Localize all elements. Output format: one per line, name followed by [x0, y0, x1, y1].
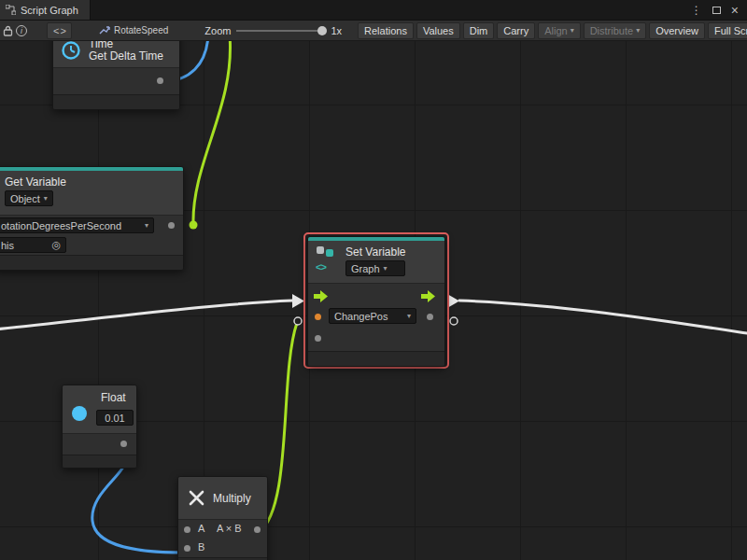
output-port[interactable] [254, 526, 261, 533]
variable-scope-dropdown[interactable]: Object ▾ [5, 190, 53, 206]
zoom-value: 1x [331, 25, 342, 36]
float-icon [72, 406, 87, 421]
kebab-menu-icon[interactable]: ⋮ [691, 4, 702, 17]
zoom-slider[interactable] [236, 30, 325, 32]
chevron-down-icon: ▾ [636, 27, 640, 35]
value-output-port[interactable] [168, 222, 175, 229]
wire-control-out[interactable] [459, 301, 747, 334]
value-output-port[interactable] [427, 314, 433, 320]
node-title: Get Variable [5, 174, 176, 190]
zoom-control: Zoom 1x [204, 25, 342, 36]
tab-bar: Script Graph ⋮ × [0, 0, 747, 21]
input-port-b[interactable] [184, 545, 190, 552]
graph-breadcrumb[interactable]: RotateSpeed [99, 25, 168, 35]
variable-name-dropdown[interactable]: ChangePos ▾ [329, 308, 416, 324]
node-set-variable[interactable]: <> Set Variable Graph ▾ [307, 236, 445, 367]
info-icon[interactable]: i [16, 22, 27, 39]
chevron-down-icon: ▾ [44, 195, 48, 203]
chevron-down-icon: ▾ [407, 313, 411, 320]
node-footer [308, 351, 444, 366]
node-footer [0, 255, 183, 270]
value-output-port[interactable] [120, 441, 127, 447]
full-screen-button[interactable]: Full Screen [708, 22, 747, 39]
window-controls: ⋮ × [691, 0, 747, 20]
variable-name-dropdown[interactable]: otationDegreesPerSecond ▾ [0, 217, 154, 233]
align-button[interactable]: Align ▾ [538, 22, 580, 39]
carry-button[interactable]: Carry [497, 22, 535, 39]
value-input-port[interactable] [315, 314, 321, 320]
node-get-delta-time[interactable]: Time Get Delta Time [52, 41, 180, 110]
node-multiply[interactable]: Multiply A A × B B [177, 476, 268, 560]
value-input-port-2[interactable] [315, 335, 321, 342]
distribute-button[interactable]: Distribute ▾ [584, 22, 646, 39]
wire-value-green-top[interactable] [193, 41, 231, 225]
script-graph-icon [6, 5, 16, 15]
chevron-down-icon: ▾ [145, 222, 148, 230]
dim-button[interactable]: Dim [463, 22, 495, 39]
wire-control-in[interactable] [0, 301, 292, 329]
node-float[interactable]: Float 0.01 [62, 385, 137, 469]
output-port[interactable] [157, 77, 163, 84]
node-footer [63, 455, 136, 468]
graph-name: RotateSpeed [114, 25, 168, 35]
node-title: Float [101, 391, 126, 404]
zoom-slider-handle[interactable] [317, 26, 327, 35]
object-picker-icon[interactable]: ◎ [51, 239, 61, 251]
variable-scope-dropdown[interactable]: Graph ▾ [345, 260, 405, 276]
clock-icon [61, 41, 81, 61]
overview-button[interactable]: Overview [649, 22, 705, 39]
code-preview-button[interactable]: < > [47, 22, 72, 39]
node-get-variable[interactable]: Get Variable Object ▾ otationDegreesPerS… [0, 166, 184, 271]
input-label-a: A [198, 523, 204, 534]
relations-button[interactable]: Relations [358, 22, 414, 39]
object-target-field[interactable]: his ◎ [0, 237, 66, 253]
graph-toolbar: i < > RotateSpeed Zoom 1x Relations Valu… [0, 21, 747, 41]
lock-icon[interactable] [3, 22, 13, 39]
tab-title: Script Graph [21, 5, 78, 16]
float-value-input[interactable]: 0.01 [96, 410, 134, 426]
green-wire-endpoint[interactable] [190, 221, 198, 230]
zoom-label: Zoom [204, 25, 231, 36]
multiply-icon [189, 490, 204, 506]
node-title: Set Variable [345, 245, 405, 259]
input-label-b: B [198, 541, 204, 553]
flow-input-port[interactable] [314, 290, 328, 302]
output-label: A × B [217, 523, 242, 534]
close-icon[interactable]: × [731, 3, 739, 18]
hollow-port-right[interactable] [450, 317, 458, 325]
flow-output-port[interactable] [421, 290, 435, 302]
chevron-down-icon: ▾ [384, 265, 388, 273]
node-title: Multiply [213, 492, 251, 505]
graph-canvas[interactable]: Time Get Delta Time Get Variable Object … [0, 41, 747, 560]
chevron-down-icon: ▾ [571, 27, 574, 35]
input-port-a[interactable] [184, 526, 190, 533]
maximize-icon[interactable] [712, 7, 721, 14]
graph-asset-icon [99, 25, 110, 35]
values-button[interactable]: Values [416, 22, 460, 39]
node-footer [53, 94, 179, 109]
hollow-port-left[interactable] [294, 317, 302, 325]
script-graph-window: Script Graph ⋮ × i < > RotateSpeed [0, 0, 747, 560]
code-glyph: < > [53, 25, 65, 36]
tab-script-graph[interactable]: Script Graph [0, 0, 91, 20]
node-subtitle: Get Delta Time [89, 50, 163, 63]
variable-icon: <> [316, 245, 338, 271]
